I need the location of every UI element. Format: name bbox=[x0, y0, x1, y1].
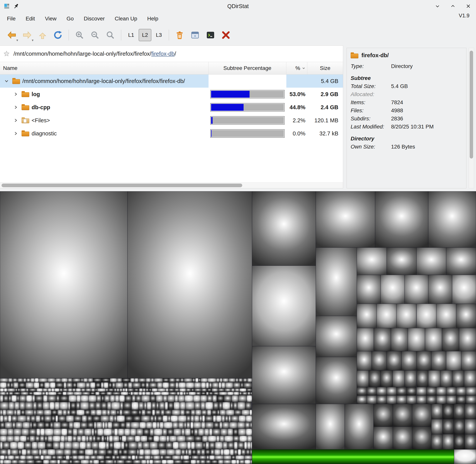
treemap-cell[interactable] bbox=[412, 427, 431, 449]
treemap-cell[interactable] bbox=[64, 442, 72, 449]
treemap-cell[interactable] bbox=[10, 382, 13, 388]
treemap-cell[interactable] bbox=[387, 396, 397, 404]
treemap-cell[interactable] bbox=[20, 436, 27, 442]
treemap-cell[interactable] bbox=[114, 388, 116, 392]
treemap-cell[interactable] bbox=[238, 395, 247, 402]
treemap-cell[interactable] bbox=[121, 392, 128, 395]
treemap-cell[interactable] bbox=[465, 419, 476, 434]
treemap-cell[interactable] bbox=[194, 402, 201, 410]
treemap-cell[interactable] bbox=[185, 402, 194, 410]
treemap-cell[interactable] bbox=[236, 455, 244, 460]
treemap-cell[interactable] bbox=[128, 392, 130, 395]
treemap-cell[interactable] bbox=[243, 378, 248, 382]
treemap-cell[interactable] bbox=[95, 388, 97, 392]
treemap-cell[interactable] bbox=[159, 402, 165, 410]
treemap-cell[interactable] bbox=[89, 436, 93, 442]
treemap-cell[interactable] bbox=[13, 392, 21, 395]
treemap-cell[interactable] bbox=[446, 248, 476, 275]
treemap-cell[interactable] bbox=[19, 382, 26, 388]
treemap-cell[interactable] bbox=[26, 388, 29, 392]
treemap-cell[interactable] bbox=[190, 422, 193, 429]
treemap-cell[interactable] bbox=[147, 436, 153, 442]
treemap-cell[interactable] bbox=[8, 455, 14, 460]
treemap-cell[interactable] bbox=[159, 449, 167, 455]
treemap-cell[interactable] bbox=[446, 396, 456, 404]
treemap-cell[interactable] bbox=[119, 395, 124, 402]
treemap-cell[interactable] bbox=[373, 427, 393, 449]
treemap-cell[interactable] bbox=[442, 328, 459, 351]
treemap-cell[interactable] bbox=[397, 304, 416, 328]
treemap-cell[interactable] bbox=[244, 442, 247, 449]
treemap-cell[interactable] bbox=[114, 429, 118, 436]
treemap-cell[interactable] bbox=[387, 351, 401, 370]
treemap-cell[interactable] bbox=[233, 436, 239, 442]
treemap-cell[interactable] bbox=[85, 455, 90, 460]
treemap-cell[interactable] bbox=[16, 422, 22, 429]
treemap-cell[interactable] bbox=[220, 449, 224, 455]
treemap-cell[interactable] bbox=[201, 392, 206, 395]
treemap-cell[interactable] bbox=[150, 395, 156, 402]
treemap-cell[interactable] bbox=[0, 442, 3, 449]
treemap-cell[interactable] bbox=[217, 395, 224, 402]
treemap-cell[interactable] bbox=[22, 422, 30, 429]
forward-dropdown-caret[interactable]: ▾ bbox=[32, 39, 34, 42]
treemap-cell[interactable] bbox=[316, 357, 357, 404]
treemap-cell[interactable] bbox=[172, 410, 180, 416]
treemap-cell[interactable] bbox=[225, 388, 231, 392]
treemap-cell[interactable] bbox=[405, 275, 428, 304]
treemap-cell[interactable] bbox=[228, 378, 236, 382]
expander-open-icon[interactable] bbox=[3, 79, 10, 83]
treemap-cell[interactable] bbox=[168, 402, 174, 410]
treemap-cell[interactable] bbox=[132, 402, 138, 410]
treemap-cell[interactable] bbox=[138, 378, 146, 382]
treemap-cell[interactable] bbox=[3, 395, 9, 402]
column-header-subtree-percentage[interactable]: Subtree Percentage bbox=[209, 62, 286, 74]
treemap-cell[interactable] bbox=[452, 370, 464, 387]
treemap-cell[interactable] bbox=[104, 395, 110, 402]
treemap-cell[interactable] bbox=[195, 378, 199, 382]
treemap-cell[interactable] bbox=[43, 388, 48, 392]
treemap-cell[interactable] bbox=[169, 378, 175, 382]
treemap-cell[interactable] bbox=[37, 422, 44, 429]
treemap-cell[interactable] bbox=[20, 388, 26, 392]
treemap-cell[interactable] bbox=[141, 460, 147, 464]
treemap-cell[interactable] bbox=[245, 422, 250, 429]
treemap-cell[interactable] bbox=[184, 378, 192, 382]
treemap-cell[interactable] bbox=[91, 388, 95, 392]
treemap-cell[interactable] bbox=[40, 416, 44, 422]
treemap-cell[interactable] bbox=[21, 429, 29, 436]
treemap-cell[interactable] bbox=[113, 436, 119, 442]
treemap-cell[interactable] bbox=[162, 460, 167, 464]
treemap-cell[interactable] bbox=[177, 392, 180, 395]
treemap-cell[interactable] bbox=[180, 378, 184, 382]
treemap-cell[interactable] bbox=[81, 436, 86, 442]
treemap-cell[interactable] bbox=[459, 328, 476, 351]
treemap-cell[interactable] bbox=[138, 410, 141, 416]
treemap-cell[interactable] bbox=[74, 416, 82, 422]
treemap-cell[interactable] bbox=[199, 455, 206, 460]
treemap-cell[interactable] bbox=[137, 442, 143, 449]
treemap-cell[interactable] bbox=[185, 429, 191, 436]
treemap-cell[interactable] bbox=[81, 378, 83, 382]
treemap-cell[interactable] bbox=[76, 395, 81, 402]
treemap-cell[interactable] bbox=[454, 449, 476, 464]
treemap-cell[interactable] bbox=[133, 392, 139, 395]
treemap-cell[interactable] bbox=[228, 429, 233, 436]
treemap-cell[interactable] bbox=[213, 416, 216, 422]
treemap-cell[interactable] bbox=[57, 392, 63, 395]
treemap-cell[interactable] bbox=[213, 392, 219, 395]
table-row-db-cpp[interactable]: db-cpp 44.8% 2.4 GB bbox=[0, 101, 343, 114]
treemap-cell[interactable] bbox=[140, 436, 147, 442]
treemap-cell[interactable] bbox=[142, 410, 146, 416]
treemap-cell[interactable] bbox=[139, 449, 144, 455]
treemap-cell[interactable] bbox=[80, 402, 89, 410]
move-to-trash-button[interactable] bbox=[172, 27, 187, 43]
treemap-cell[interactable] bbox=[202, 416, 205, 422]
treemap-cell[interactable] bbox=[51, 388, 55, 392]
treemap-cell[interactable] bbox=[195, 410, 201, 416]
treemap-cell[interactable] bbox=[156, 395, 163, 402]
treemap-cell[interactable] bbox=[35, 378, 39, 382]
treemap-cell[interactable] bbox=[76, 388, 81, 392]
treemap-cell[interactable] bbox=[165, 402, 168, 410]
treemap-cell[interactable] bbox=[15, 388, 18, 392]
